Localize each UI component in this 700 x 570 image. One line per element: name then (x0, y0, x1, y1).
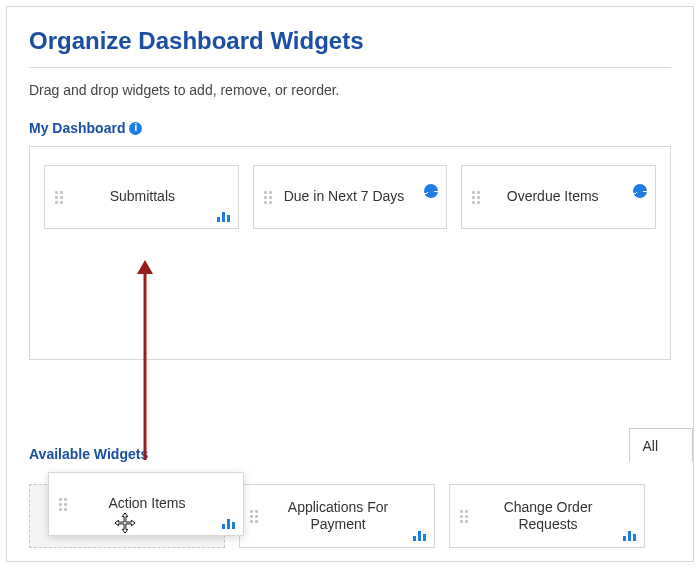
page-title: Organize Dashboard Widgets (29, 27, 671, 55)
available-widgets-heading: Available Widgets (29, 446, 148, 462)
widget-card-due-next-7-days[interactable]: Due in Next 7 Days (253, 165, 448, 229)
filter-selected-value: All (642, 438, 658, 454)
bar-chart-icon (222, 519, 235, 529)
drag-handle-icon[interactable] (59, 498, 67, 511)
drag-handle-icon[interactable] (250, 510, 258, 523)
widget-label: Change Order Requests (468, 499, 644, 534)
my-dashboard-dropzone[interactable]: Submittals Due in Next 7 Days Overdue It… (29, 146, 671, 360)
instructions-text: Drag and drop widgets to add, remove, or… (29, 82, 671, 98)
info-icon[interactable]: i (129, 122, 142, 135)
widget-label: Due in Next 7 Days (272, 188, 433, 206)
drag-handle-icon[interactable] (460, 510, 468, 523)
my-dashboard-heading: My Dashboard i (29, 120, 671, 136)
widget-card-overdue-items[interactable]: Overdue Items (461, 165, 656, 229)
widget-label: Submittals (63, 188, 238, 206)
move-cursor-icon (114, 512, 136, 534)
widget-filter-select[interactable]: All (629, 428, 693, 462)
widget-card-change-order-requests[interactable]: Change Order Requests (449, 484, 645, 548)
widget-card-submittals[interactable]: Submittals (44, 165, 239, 229)
widget-card-action-items-dragging[interactable]: Action Items (48, 472, 244, 536)
svg-marker-0 (115, 513, 135, 533)
divider (29, 67, 671, 68)
widget-label: Overdue Items (480, 188, 641, 206)
bar-chart-icon (623, 531, 636, 541)
my-dashboard-label: My Dashboard (29, 120, 125, 136)
pie-chart-icon (424, 184, 438, 198)
bar-chart-icon (413, 531, 426, 541)
bar-chart-icon (217, 212, 230, 222)
pie-chart-icon (633, 184, 647, 198)
available-widgets-label: Available Widgets (29, 446, 148, 462)
widget-label: Applications For Payment (258, 499, 434, 534)
drag-handle-icon[interactable] (55, 191, 63, 204)
widget-card-applications-for-payment[interactable]: Applications For Payment (239, 484, 435, 548)
drag-handle-icon[interactable] (264, 191, 272, 204)
widget-label: Action Items (67, 495, 243, 513)
drag-handle-icon[interactable] (472, 191, 480, 204)
